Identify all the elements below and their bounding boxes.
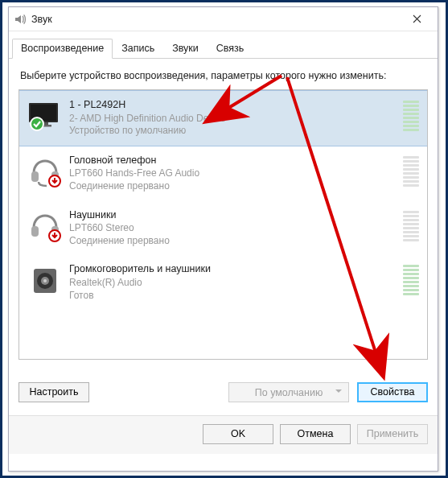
level-meter — [403, 263, 419, 297]
device-item[interactable]: Громкоговоритель и наушники Realtek(R) A… — [19, 255, 427, 310]
device-name: Наушники — [69, 209, 403, 222]
svg-point-14 — [43, 279, 47, 282]
sound-icon — [14, 13, 27, 26]
svg-rect-5 — [31, 171, 39, 182]
tab-communications[interactable]: Связь — [208, 39, 253, 59]
device-status: Устройство по умолчанию — [69, 125, 403, 138]
instruction-text: Выберите устройство воспроизведения, пар… — [20, 70, 428, 81]
device-item[interactable]: Головной телефон LPT660 Hands-Free AG Au… — [19, 146, 427, 201]
dialog-buttons: OK Отмена Применить — [9, 415, 438, 454]
headphones-icon — [26, 209, 64, 243]
level-meter — [403, 155, 419, 188]
action-row: Настроить По умолчанию Свойства — [18, 382, 428, 412]
tab-sounds[interactable]: Звуки — [163, 39, 208, 59]
ok-button[interactable]: OK — [203, 424, 273, 444]
apply-button[interactable]: Применить — [357, 424, 428, 444]
window-title: Звук — [31, 14, 399, 25]
tab-strip: Воспроизведение Запись Звуки Связь — [9, 31, 438, 59]
properties-button[interactable]: Свойства — [357, 382, 428, 402]
device-status: Соединение прервано — [69, 235, 403, 248]
device-item[interactable]: 1 - PL2492H 2- AMD High Definition Audio… — [19, 90, 427, 146]
speaker-icon — [26, 263, 64, 297]
svg-point-4 — [31, 117, 43, 130]
set-default-label: По умолчанию — [255, 387, 323, 398]
headset-icon — [26, 155, 64, 188]
close-button[interactable] — [399, 8, 434, 31]
device-list[interactable]: 1 - PL2492H 2- AMD High Definition Audio… — [18, 89, 428, 360]
svg-rect-8 — [31, 226, 39, 237]
device-name: Громкоговоритель и наушники — [69, 263, 403, 276]
device-subtitle: LPT660 Hands-Free AG Audio — [69, 167, 403, 180]
device-subtitle: 2- AMD High Definition Audio Device — [69, 113, 403, 126]
device-status: Соединение прервано — [69, 180, 403, 193]
set-default-button[interactable]: По умолчанию — [228, 382, 349, 402]
tab-playback[interactable]: Воспроизведение — [12, 39, 113, 59]
cancel-button[interactable]: Отмена — [280, 424, 351, 444]
tab-recording[interactable]: Запись — [113, 39, 163, 59]
device-subtitle: Realtek(R) Audio — [69, 277, 403, 290]
device-name: 1 - PL2492H — [69, 99, 403, 112]
device-name: Головной телефон — [69, 155, 403, 167]
level-meter — [403, 99, 419, 133]
device-status: Готов — [69, 290, 403, 303]
device-subtitle: LPT660 Stereo — [69, 222, 403, 235]
sound-dialog: Звук Воспроизведение Запись Звуки Связь … — [8, 6, 438, 472]
close-icon — [413, 14, 421, 23]
configure-button[interactable]: Настроить — [18, 382, 89, 402]
titlebar: Звук — [9, 7, 438, 31]
device-item[interactable]: Наушники LPT660 Stereo Соединение прерва… — [19, 201, 427, 256]
monitor-icon — [26, 99, 64, 133]
level-meter — [403, 209, 419, 243]
